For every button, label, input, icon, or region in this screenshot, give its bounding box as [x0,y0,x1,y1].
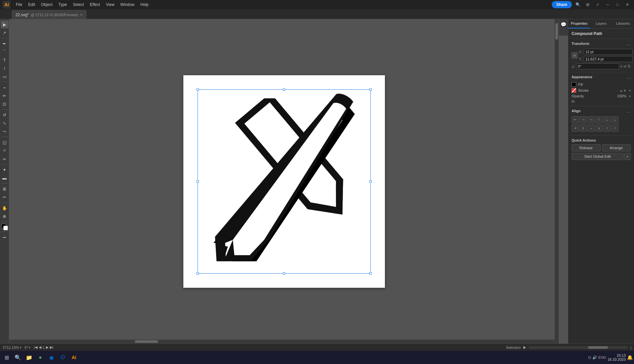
eyedropper-tool-button[interactable]: ⌗ [1,147,9,154]
document-tab[interactable]: 22.svg* @ 2712.15 % (RGB/Preview) ✕ [12,10,86,19]
taskbar-file-explorer-icon[interactable]: 📁 [24,352,34,363]
align-vertical-center-button[interactable]: ⊥ [603,116,611,123]
vertical-scrollbar-thumb[interactable] [555,23,558,40]
horizontal-scrollbar-thumb[interactable] [135,340,158,343]
fill-color-swatch[interactable] [572,82,576,87]
release-button[interactable]: Release [572,144,601,151]
eraser-tool-button[interactable]: ⊡ [1,100,9,108]
prev-artboard-step-button[interactable]: ◀ [39,345,41,349]
opacity-dropdown[interactable]: ▾ [629,94,631,98]
taskbar-start-icon[interactable]: ⊞ [1,352,12,363]
global-edit-dropdown[interactable]: ▾ [624,153,631,160]
taskbar-outlook-icon[interactable]: O [57,352,68,363]
angle-input[interactable] [576,63,619,69]
pencil-draw-tool-button[interactable]: ✏ [1,92,9,100]
tab-layers[interactable]: Layers [590,19,612,28]
rotate-tool-button[interactable]: ↺ [1,111,9,119]
gradient-tool-button[interactable]: ◱ [1,138,9,146]
close-icon[interactable]: ✕ [623,1,631,9]
menu-help[interactable]: Help [138,1,151,8]
canvas-area[interactable] [9,19,559,344]
horizontal-scrollbar[interactable] [9,340,555,344]
taskbar-illustrator-icon[interactable]: Ai [69,352,79,363]
menu-edit[interactable]: Edit [25,1,38,8]
next-artboard-step-button[interactable]: ▶ [46,345,49,349]
vertical-scrollbar[interactable] [555,19,559,344]
paintbrush-tool-button[interactable]: ⌁ [1,83,9,91]
taskbar-datetime[interactable]: 15:13 16.10.2023 [608,353,626,361]
appearance-more-button[interactable]: ··· [627,75,631,81]
x-input[interactable] [584,49,633,55]
taskbar-edge-icon[interactable]: ◉ [46,352,57,363]
more-tools-button[interactable]: ••• [1,233,9,241]
selection-tool-button[interactable]: ▶ [1,20,9,28]
background-color[interactable] [3,226,8,230]
align-more-button[interactable]: ··· [627,109,631,115]
blend-tool-button[interactable]: ∞ [1,155,9,163]
symbol-tool-button[interactable]: ✦ [1,166,9,174]
close-tab-button[interactable]: ✕ [80,13,83,17]
arrange-button[interactable]: Arrange [602,144,631,151]
distribute-left-button[interactable]: ⫡ [572,124,579,132]
stroke-color-swatch[interactable] [572,88,576,93]
distribute-bottom-button[interactable]: ⫱ [611,124,618,132]
comment-panel-icon[interactable]: 💬 [559,19,568,36]
align-bottom-edges-button[interactable]: ⊥ [611,116,618,123]
next-artboard-button[interactable]: ▶| [50,345,54,349]
menu-type[interactable]: Type [56,1,70,8]
prev-artboard-button[interactable]: |◀ [34,345,37,349]
grid-icon[interactable]: ⊞ [584,1,592,9]
distribute-right-button[interactable]: ⫠ [587,124,595,132]
flip-vertical-icon[interactable]: ⇅ [627,64,631,69]
curvature-tool-button[interactable]: ⌒ [1,48,9,56]
slice-tool-button[interactable]: ✂ [1,193,9,201]
align-right-edges-button[interactable]: ⊣ [587,116,595,123]
taskbar-chrome-icon[interactable]: ● [35,352,46,363]
notification-icon[interactable]: 🔔 [627,355,633,360]
line-tool-button[interactable]: / [1,64,9,72]
minimize-icon[interactable]: ─ [604,1,612,9]
transform-more-button[interactable]: ··· [627,42,631,47]
align-left-edges-button[interactable]: ⊢ [572,116,579,123]
restore-icon[interactable]: □ [614,1,621,9]
align-horizontal-center-button[interactable]: ⊣ [579,116,587,123]
scale-tool-button[interactable]: ⤡ [1,119,9,127]
text-tool-button[interactable]: T [1,56,9,64]
zoom-tool-button[interactable]: ⊕ [1,212,9,220]
rectangle-tool-button[interactable]: ▭ [1,73,9,81]
tab-libraries[interactable]: Libraries [612,19,634,28]
distribute-center-h-button[interactable]: ⫿ [579,124,587,132]
play-icon[interactable]: ▶ [523,345,526,349]
color-boxes[interactable] [1,224,8,230]
direct-selection-tool-button[interactable]: ↗ [1,29,9,37]
share-button[interactable]: Share [552,1,572,8]
stroke-arrows[interactable]: ▲ ▼ [619,89,626,92]
artboard-tool-button[interactable]: ⊞ [1,185,9,193]
distribute-center-v-button[interactable]: ⫳ [603,124,611,132]
tab-properties[interactable]: Properties [568,19,590,28]
volume-icon[interactable]: 🔊 [592,355,597,360]
menu-view[interactable]: View [103,1,117,8]
column-graph-tool-button[interactable]: ▬ [1,174,9,182]
warp-tool-button[interactable]: ⤳ [1,127,9,135]
menu-file[interactable]: File [13,1,25,8]
stroke-dropdown[interactable]: ▾ [629,89,631,92]
search-icon[interactable]: 🔍 [574,1,582,9]
angle-control[interactable]: 0° ▾ [25,346,31,349]
fullscreen-icon[interactable]: ⤢ [594,1,602,9]
distribute-top-button[interactable]: ⫫ [595,124,603,132]
zoom-dropdown-icon[interactable]: ▾ [20,346,21,349]
menu-select[interactable]: Select [70,1,87,8]
hand-tool-button[interactable]: ✋ [1,204,9,212]
pen-tool-button[interactable]: ✒ [1,40,9,48]
zoom-control[interactable]: 2712.15% ▾ [3,346,21,349]
menu-effect[interactable]: Effect [87,1,102,8]
taskbar-search-icon[interactable]: 🔍 [13,352,23,363]
align-top-edges-button[interactable]: ⊤ [595,116,603,123]
angle-dropdown-icon[interactable]: ▾ [29,346,30,349]
start-global-edit-button[interactable]: Start Global Edit [572,153,623,160]
network-icon[interactable]: ⊡ [588,355,591,360]
menu-window[interactable]: Window [118,1,137,8]
flip-horizontal-icon[interactable]: ⇌ [623,64,627,69]
y-input[interactable] [584,56,633,62]
